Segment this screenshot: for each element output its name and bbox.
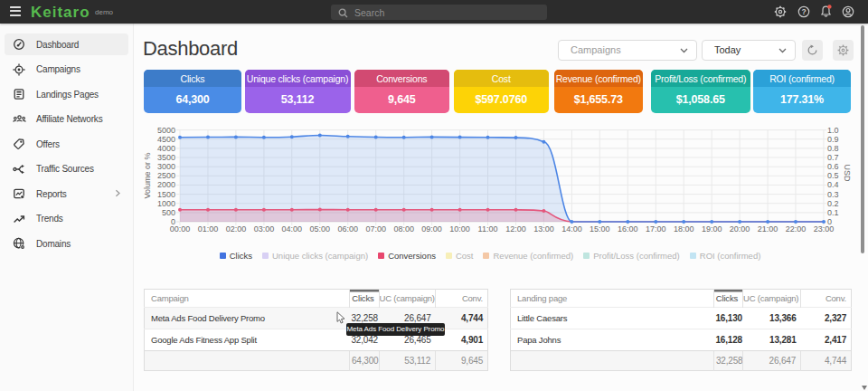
svg-text:0.7: 0.7 (827, 153, 839, 162)
svg-text:0.9: 0.9 (827, 135, 839, 144)
svg-text:Volume or %: Volume or % (143, 152, 152, 198)
svg-text:16:00: 16:00 (618, 224, 638, 234)
svg-text:0.8: 0.8 (827, 144, 839, 153)
svg-text:09:00: 09:00 (421, 224, 442, 234)
svg-text:01:00: 01:00 (198, 224, 219, 234)
svg-text:08:00: 08:00 (393, 224, 414, 234)
svg-text:3000: 3000 (157, 162, 175, 171)
svg-text:13:00: 13:00 (533, 224, 554, 234)
svg-text:4500: 4500 (157, 135, 175, 144)
svg-text:0.5: 0.5 (827, 171, 839, 180)
svg-text:07:00: 07:00 (365, 224, 386, 234)
svg-text:06:00: 06:00 (337, 224, 358, 234)
svg-text:22:00: 22:00 (786, 224, 807, 234)
svg-text:10:00: 10:00 (449, 224, 470, 234)
svg-text:00:00: 00:00 (170, 224, 191, 234)
svg-text:1.0: 1.0 (827, 126, 839, 135)
svg-text:0.3: 0.3 (827, 190, 839, 199)
svg-text:23:00: 23:00 (814, 224, 835, 234)
svg-text:02:00: 02:00 (226, 224, 247, 234)
svg-text:17:00: 17:00 (646, 224, 666, 234)
svg-text:0.2: 0.2 (827, 199, 839, 208)
svg-text:5000: 5000 (157, 126, 175, 135)
svg-text:15:00: 15:00 (590, 224, 610, 234)
svg-text:500: 500 (162, 208, 175, 217)
svg-text:0.6: 0.6 (827, 162, 839, 171)
svg-text:21:00: 21:00 (758, 224, 778, 234)
svg-text:12:00: 12:00 (505, 224, 526, 234)
svg-text:20:00: 20:00 (730, 224, 750, 234)
svg-text:2500: 2500 (157, 171, 175, 180)
svg-text:0.1: 0.1 (827, 208, 839, 217)
svg-text:3500: 3500 (157, 153, 175, 162)
svg-text:05:00: 05:00 (310, 224, 331, 234)
svg-text:14:00: 14:00 (561, 224, 582, 234)
svg-text:1000: 1000 (157, 199, 175, 208)
svg-text:2000: 2000 (157, 180, 175, 189)
svg-text:18:00: 18:00 (674, 224, 694, 234)
svg-text:4000: 4000 (157, 144, 175, 153)
svg-text:19:00: 19:00 (702, 224, 722, 234)
svg-text:0.4: 0.4 (827, 180, 839, 189)
svg-text:11:00: 11:00 (478, 224, 498, 234)
svg-text:1500: 1500 (157, 190, 175, 199)
svg-text:USD: USD (843, 164, 852, 182)
svg-text:?: ? (801, 7, 806, 16)
svg-text:04:00: 04:00 (282, 224, 303, 234)
svg-text:03:00: 03:00 (254, 224, 275, 234)
